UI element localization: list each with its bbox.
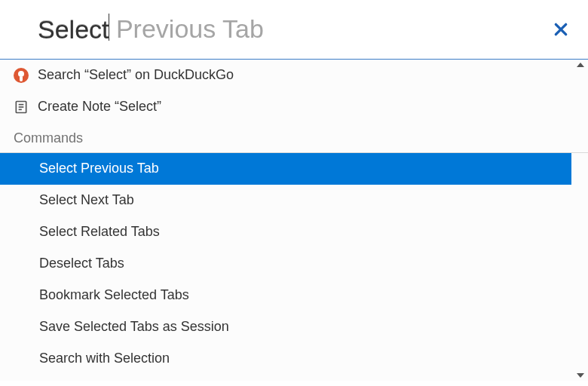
close-button[interactable] — [550, 19, 571, 40]
quick-action-search-engine[interactable]: Search “Select” on DuckDuckGo — [0, 60, 571, 91]
command-item[interactable]: Deselect Tabs — [0, 248, 571, 280]
result-label: Create Note “Select” — [38, 99, 161, 115]
scroll-down-button[interactable] — [576, 370, 585, 381]
command-item[interactable]: Search with Selection — [0, 343, 571, 375]
scrollbar[interactable] — [573, 60, 588, 381]
command-label: Select Next Tab — [39, 192, 134, 208]
command-label: Bookmark Selected Tabs — [39, 287, 189, 303]
results-area: Search “Select” on DuckDuckGo Create Not… — [0, 60, 588, 381]
command-label: Select Previous Tab — [39, 161, 159, 176]
command-item[interactable]: Select Next Tab — [0, 185, 571, 216]
search-bar: Select Previous Tab Select — [0, 0, 588, 60]
command-label: Search with Selection — [39, 351, 170, 366]
command-item[interactable]: Select Previous Tab — [0, 153, 571, 185]
chevron-down-icon — [576, 372, 585, 379]
command-label: Select Related Tabs — [39, 224, 160, 240]
result-label: Search “Select” on DuckDuckGo — [38, 67, 234, 83]
search-typed-text: Select — [38, 15, 109, 44]
command-label: Save Selected Tabs as Session — [39, 319, 229, 335]
section-header-commands: Commands — [0, 123, 588, 153]
scroll-up-button[interactable] — [576, 60, 585, 70]
search-input[interactable]: Select Previous Tab Select — [38, 14, 550, 45]
command-item[interactable]: Save Selected Tabs as Session — [0, 311, 571, 343]
duckduckgo-icon — [14, 68, 38, 83]
quick-action-create-note[interactable]: Create Note “Select” — [0, 91, 571, 123]
command-label: Deselect Tabs — [39, 256, 124, 271]
results-list: Search “Select” on DuckDuckGo Create Not… — [0, 60, 571, 381]
command-item[interactable]: Bookmark Selected Tabs — [0, 280, 571, 311]
note-icon — [14, 100, 38, 115]
close-icon — [553, 22, 568, 37]
command-item[interactable]: Select Related Tabs — [0, 216, 571, 248]
chevron-up-icon — [576, 61, 585, 69]
